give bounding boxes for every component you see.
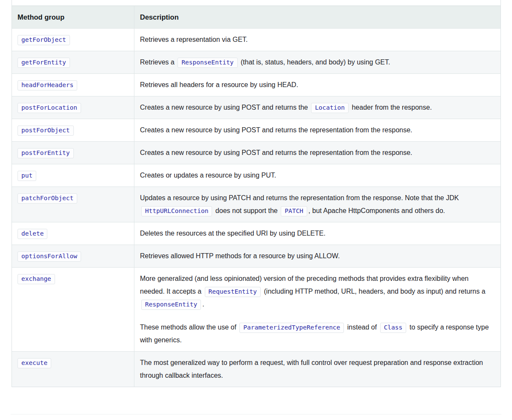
description-paragraph: Creates a new resource by using POST and…: [140, 101, 495, 114]
method-code: getForEntity: [17, 58, 70, 68]
table-top-spacer: [12, 0, 500, 6]
description-paragraph: Updates a resource by using PATCH and re…: [140, 192, 495, 217]
method-code: put: [17, 171, 36, 181]
method-code: exchange: [17, 274, 55, 284]
inline-code: HttpURLConnection: [141, 206, 212, 216]
table-row: exchangeMore generalized (and less opini…: [12, 267, 500, 351]
method-code: getForObject: [17, 35, 70, 45]
description-cell: The most generalized way to perform a re…: [134, 352, 500, 387]
column-header-description: Description: [134, 6, 500, 28]
method-cell: headForHeaders: [12, 74, 134, 96]
method-cell: postForEntity: [12, 142, 134, 164]
description-paragraph: Creates a new resource by using POST and…: [140, 124, 495, 137]
table-row: patchForObjectUpdates a resource by usin…: [12, 187, 500, 222]
method-cell: getForObject: [12, 29, 134, 51]
table-row: postForObjectCreates a new resource by u…: [12, 119, 500, 141]
table-row: putCreates or updates a resource by usin…: [12, 164, 500, 187]
divider-line: [11, 414, 501, 414]
inline-code: ResponseEntity: [177, 58, 237, 68]
method-cell: execute: [12, 352, 134, 387]
description-paragraph: Deletes the resources at the specified U…: [140, 227, 495, 240]
table-row: executeThe most generalized way to perfo…: [12, 351, 500, 387]
method-cell: patchForObject: [12, 187, 134, 222]
inline-code: RequestEntity: [205, 287, 261, 297]
method-code: delete: [17, 229, 47, 239]
table-row: postForLocationCreates a new resource by…: [12, 96, 500, 119]
description-cell: Creates a new resource by using POST and…: [134, 142, 500, 164]
table-row: optionsForAllowRetrieves allowed HTTP me…: [12, 245, 500, 267]
method-cell: getForEntity: [12, 51, 134, 73]
method-cell: postForObject: [12, 119, 134, 141]
inline-code: ResponseEntity: [141, 300, 201, 310]
description-cell: Creates a new resource by using POST and…: [134, 119, 500, 141]
methods-table: Method group Description getForObjectRet…: [12, 0, 501, 387]
table-row: postForEntityCreates a new resource by u…: [12, 141, 500, 164]
inline-code: ParameterizedTypeReference: [239, 323, 344, 333]
method-cell: postForLocation: [12, 96, 134, 119]
method-code: headForHeaders: [17, 80, 77, 90]
description-cell: Retrieves all headers for a resource by …: [134, 74, 500, 96]
method-cell: exchange: [12, 268, 134, 351]
description-paragraph: Retrieves a representation via GET.: [140, 33, 495, 46]
method-code: postForObject: [17, 125, 74, 136]
table-row: getForObjectRetrieves a representation v…: [12, 28, 500, 51]
method-cell: put: [12, 164, 134, 187]
description-cell: More generalized (and less opinionated) …: [134, 268, 500, 351]
method-code: postForLocation: [17, 103, 81, 113]
description-paragraph: These methods allow the use of Parameter…: [140, 321, 495, 347]
table-row: headForHeadersRetrieves all headers for …: [12, 73, 500, 96]
description-cell: Retrieves allowed HTTP methods for a res…: [134, 245, 500, 267]
column-header-method-group: Method group: [12, 6, 134, 28]
description-cell: Retrieves a representation via GET.: [134, 29, 500, 51]
description-paragraph: The most generalized way to perform a re…: [140, 356, 495, 382]
description-paragraph: Retrieves a ResponseEntity (that is, sta…: [140, 56, 495, 69]
description-paragraph: More generalized (and less opinionated) …: [140, 272, 495, 311]
method-code: optionsForAllow: [17, 251, 81, 262]
description-paragraph: Retrieves allowed HTTP methods for a res…: [140, 250, 495, 262]
inline-code: PATCH: [281, 206, 307, 216]
table-row: deleteDeletes the resources at the speci…: [12, 222, 500, 245]
description-cell: Updates a resource by using PATCH and re…: [134, 187, 500, 222]
description-cell: Creates a new resource by using POST and…: [134, 96, 500, 119]
table-body: getForObjectRetrieves a representation v…: [12, 28, 500, 387]
method-code: postForEntity: [17, 148, 74, 158]
description-cell: Creates or updates a resource by using P…: [134, 164, 500, 187]
table-row: getForEntityRetrieves a ResponseEntity (…: [12, 51, 500, 73]
inline-code: Location: [311, 103, 349, 113]
method-code: execute: [17, 358, 51, 368]
description-paragraph: Creates or updates a resource by using P…: [140, 169, 495, 182]
method-code: patchForObject: [17, 193, 77, 204]
inline-code: Class: [380, 323, 407, 333]
method-cell: delete: [12, 222, 134, 245]
method-cell: optionsForAllow: [12, 245, 134, 267]
description-paragraph: Creates a new resource by using POST and…: [140, 146, 495, 159]
description-paragraph: Retrieves all headers for a resource by …: [140, 79, 495, 91]
table-header-row: Method group Description: [12, 6, 500, 28]
description-cell: Retrieves a ResponseEntity (that is, sta…: [134, 51, 500, 73]
description-cell: Deletes the resources at the specified U…: [134, 222, 500, 245]
